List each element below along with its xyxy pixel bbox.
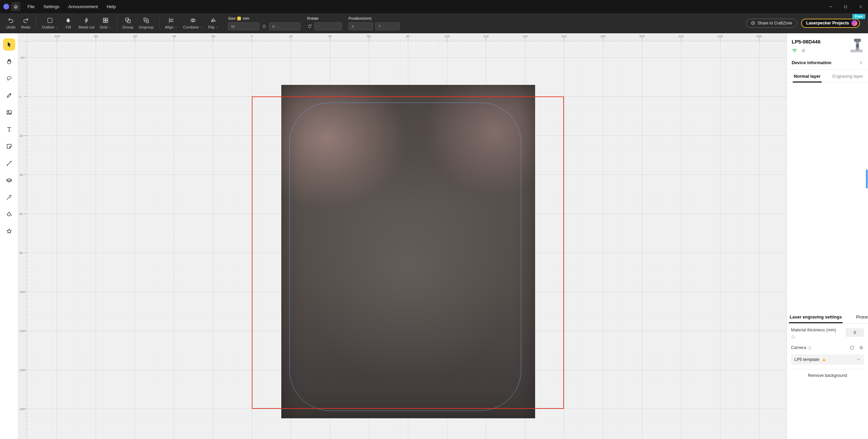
panel-controls: Material thickness (mm) 0 Camera [787,324,868,382]
settings-tabs: Laser engraving settings Process [787,311,868,324]
menu-settings[interactable]: Settings [39,0,64,13]
template-dropdown[interactable]: LP5 template [791,354,864,365]
ruler-label-h: 240 [717,34,723,38]
menu-help[interactable]: Help [102,0,120,13]
fill-label: Fill [66,25,71,29]
outline-button[interactable]: Outline [39,16,61,31]
material-tool[interactable] [3,174,15,186]
trace-tool[interactable] [3,191,15,203]
close-button[interactable] [853,0,868,13]
menu-announcement[interactable]: Announcement [64,0,102,13]
rotate-icon[interactable] [307,24,312,29]
undo-button[interactable]: Undo [3,16,18,31]
grid-button[interactable]: Grid [97,16,114,31]
width-value: - [237,24,239,29]
share-label: Share to CraftZone [757,21,792,25]
laserpecker-projects-button[interactable]: Laserpecker Projects [801,19,860,28]
template-value: LP5 template [794,357,819,362]
fill-icon [65,17,72,24]
text-tool[interactable] [3,123,15,135]
remove-background-button[interactable]: Remove background [791,369,864,382]
device-information-row[interactable]: Device information [787,57,868,70]
ruler-corner [18,33,27,41]
device-information-label: Device information [792,60,831,65]
right-panel: LP5-08D446 Device inf [787,33,868,439]
outline-icon [46,17,53,24]
ruler-label-v: 60 [19,212,23,216]
material-thickness-label: Material thickness (mm) [791,328,836,332]
width-input[interactable]: W - [228,22,259,30]
toolbar-separator [159,17,159,29]
star-shape-tool[interactable] [3,225,15,237]
canvas[interactable]: -100-80-60-40-20020406080100120140160180… [18,33,787,439]
combine-button[interactable]: Combine [181,16,206,31]
ruler-label-v: 0 [19,95,21,98]
tool-sidebar [0,33,18,439]
line-icon [6,160,13,167]
metal-cut-button[interactable]: Metal cut [76,16,97,31]
share-to-craftzone-button[interactable]: Share to CraftZone [746,19,797,28]
rotate-block: Rotate - [307,16,342,30]
redo-icon [22,17,29,24]
x-value: - [357,24,358,29]
x-prefix: X [352,24,354,29]
ruler-label-h: 120 [483,34,489,38]
hand-tool[interactable] [3,55,15,68]
tab-normal-layer[interactable]: Normal layer [787,70,828,83]
select-icon [6,41,13,48]
position-label: Position(mm) [348,16,372,20]
layer-list-area [787,83,868,311]
image-tool[interactable] [3,106,15,118]
position-y-input[interactable]: Y - [375,22,400,30]
material-thickness-input[interactable]: 0 [846,328,864,337]
tab-engraving-layer[interactable]: Engraving layer [828,70,868,83]
info-icon[interactable] [807,346,812,350]
sticker-tool[interactable] [3,140,15,152]
ruler-label-h: 20 [289,34,293,38]
home-button[interactable] [11,2,20,11]
lasso-tool[interactable] [3,72,15,85]
unit-chip-icon[interactable] [237,17,241,20]
menu-bar: File Settings Announcement Help [0,0,868,13]
ruler-label-h: 160 [561,34,567,38]
tab-laser-engraving-settings[interactable]: Laser engraving settings [789,311,843,323]
group-button[interactable]: Group [120,16,136,31]
metal-cut-label: Metal cut [78,25,94,29]
minimize-button[interactable] [823,0,838,13]
flip-button[interactable]: Flip [206,16,222,31]
minimize-icon [829,4,833,9]
home-icon [13,4,18,9]
camera-refresh-button[interactable] [849,345,855,350]
main-area: -100-80-60-40-20020406080100120140160180… [0,33,868,439]
metal-cut-icon [83,17,90,24]
info-icon[interactable] [791,335,795,339]
align-button[interactable]: Align [162,16,181,31]
aspect-lock-button[interactable] [262,24,267,29]
ruler-label-h: 260 [756,34,762,38]
camera-settings-button[interactable] [858,345,864,350]
ruler-label-h: -40 [171,34,176,38]
rotate-input[interactable]: - [315,22,342,30]
fill-bucket-tool[interactable] [3,208,15,220]
projects-label: Laserpecker Projects [806,21,849,25]
select-tool[interactable] [3,38,15,51]
position-x-input[interactable]: X - [348,22,373,30]
menu-file[interactable]: File [23,0,39,13]
pen-tool[interactable] [3,89,15,102]
fill-button[interactable]: Fill [61,16,76,31]
align-label: Align [165,25,174,29]
ruler-label-h: -80 [93,34,98,38]
undo-icon [7,17,14,24]
ungroup-button[interactable]: Ungroup [136,16,156,31]
line-tool[interactable] [3,157,15,169]
tab-process[interactable]: Process [855,311,868,323]
maximize-button[interactable] [838,0,853,13]
avatar [851,20,857,26]
height-input[interactable]: H - [269,22,300,30]
height-prefix: H [272,24,275,29]
redo-button[interactable]: Redo [18,16,33,31]
app-logo-icon [3,4,9,10]
scrollbar-thumb[interactable] [866,169,868,188]
device-settings-button[interactable] [801,48,806,53]
pen-icon [6,92,13,99]
